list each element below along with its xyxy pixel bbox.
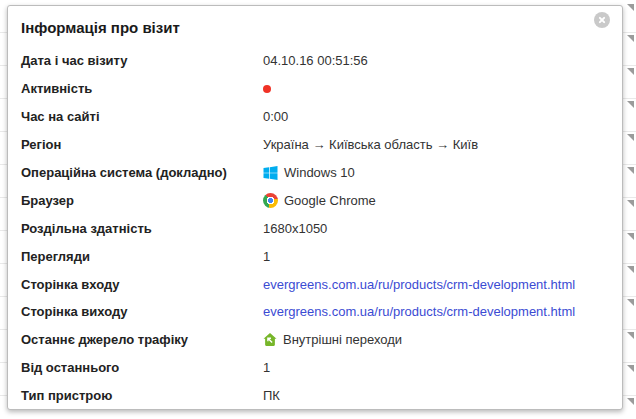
row-label: Регіон <box>21 137 263 152</box>
row-value: Google Chrome <box>263 193 609 208</box>
row-value-text: 1 <box>263 249 270 264</box>
row-value: 1 <box>263 360 609 375</box>
row-value-text: 1680x1050 <box>263 221 327 236</box>
row-label: Перегляди <box>21 249 263 264</box>
row-label: Дата і час візиту <box>21 53 263 68</box>
row-label: Останнє джерело трафіку <box>21 332 263 347</box>
row-value: evergreens.com.ua/ru/products/crm-develo… <box>263 304 609 319</box>
row-value: 04.10.16 00:51:56 <box>263 53 609 68</box>
background-corner-triangle-icon <box>627 365 634 372</box>
row-value: ПК <box>263 388 609 403</box>
visit-info-row: Браузер Google Chrome <box>8 186 622 214</box>
background-corner-triangle-icon <box>627 332 634 339</box>
row-value <box>263 85 609 93</box>
row-value: Україна → Київська область → Київ <box>263 137 609 152</box>
row-label: Активність <box>21 81 263 96</box>
visit-info-row: Активність <box>8 75 622 103</box>
row-label: Браузер <box>21 193 263 208</box>
modal-header: Інформація про візит <box>8 6 622 47</box>
row-value-text: ПК <box>263 388 280 403</box>
visit-info-row: Сторінка виходу evergreens.com.ua/ru/pro… <box>8 298 622 326</box>
background-corner-triangle-icon <box>627 167 634 174</box>
visit-info-row: Сторінка входу evergreens.com.ua/ru/prod… <box>8 270 622 298</box>
row-label: Від останнього <box>21 360 263 375</box>
row-value-text: Україна → Київська область → Київ <box>263 137 478 152</box>
row-value-text: Windows 10 <box>284 165 355 180</box>
windows-logo-icon <box>263 166 278 180</box>
row-value-text: 1 <box>263 360 270 375</box>
visit-info-row: Операційна система (докладно) Windows 10 <box>8 159 622 187</box>
background-corner-triangle-icon <box>627 134 634 141</box>
visit-info-row: Перегляди 1 <box>8 242 622 270</box>
background-corner-triangle-icon <box>627 233 634 240</box>
row-value: Windows 10 <box>263 165 609 180</box>
chrome-logo-icon <box>263 193 278 208</box>
row-label: Сторінка входу <box>21 277 263 292</box>
row-label: Операційна система (докладно) <box>21 165 263 180</box>
row-value: 1 <box>263 249 609 264</box>
visit-info-row: Роздільна здатність 1680x1050 <box>8 214 622 242</box>
background-corner-triangle-icon <box>627 398 634 405</box>
internal-transition-icon <box>263 333 277 346</box>
activity-dot <box>263 85 271 93</box>
visit-info-rows: Дата і час візиту 04.10.16 00:51:56 Акти… <box>8 47 622 410</box>
exit-page-link[interactable]: evergreens.com.ua/ru/products/crm-develo… <box>263 304 575 319</box>
row-value-text: 0:00 <box>263 109 288 124</box>
visit-info-row: Останнє джерело трафіку Внутрішні перехо… <box>8 326 622 354</box>
row-value-text: Внутрішні переходи <box>283 332 402 347</box>
background-corner-triangle-icon <box>627 68 634 75</box>
screen: Інформація про візит Дата і час візиту 0… <box>0 0 636 419</box>
visit-info-row: Тип пристрою ПК <box>8 382 622 410</box>
background-corner-triangle-icon <box>627 299 634 306</box>
background-corner-triangle-icon <box>627 101 634 108</box>
background-corner-triangle-icon <box>627 266 634 273</box>
visit-info-row: Дата і час візиту 04.10.16 00:51:56 <box>8 47 622 75</box>
row-label: Тип пристрою <box>21 388 263 403</box>
entry-page-link[interactable]: evergreens.com.ua/ru/products/crm-develo… <box>263 277 575 292</box>
row-value: 0:00 <box>263 109 609 124</box>
visit-info-modal: Інформація про візит Дата і час візиту 0… <box>7 5 623 410</box>
background-corner-triangle-icon <box>627 35 634 42</box>
close-icon[interactable] <box>594 12 610 28</box>
row-value: 1680x1050 <box>263 221 609 236</box>
row-value: evergreens.com.ua/ru/products/crm-develo… <box>263 277 609 292</box>
row-label: Сторінка виходу <box>21 304 263 319</box>
visit-info-row: Час на сайті 0:00 <box>8 103 622 131</box>
row-value-text: 04.10.16 00:51:56 <box>263 53 368 68</box>
row-label: Роздільна здатність <box>21 221 263 236</box>
visit-info-row: Регіон Україна → Київська область → Київ <box>8 131 622 159</box>
row-value: Внутрішні переходи <box>263 332 609 347</box>
background-corner-triangle-icon <box>627 4 634 11</box>
background-corner-triangle-icon <box>627 200 634 207</box>
row-value-text: Google Chrome <box>284 193 376 208</box>
row-label: Час на сайті <box>21 109 263 124</box>
visit-info-row: Від останнього 1 <box>8 354 622 382</box>
modal-title: Інформація про візит <box>21 18 609 38</box>
